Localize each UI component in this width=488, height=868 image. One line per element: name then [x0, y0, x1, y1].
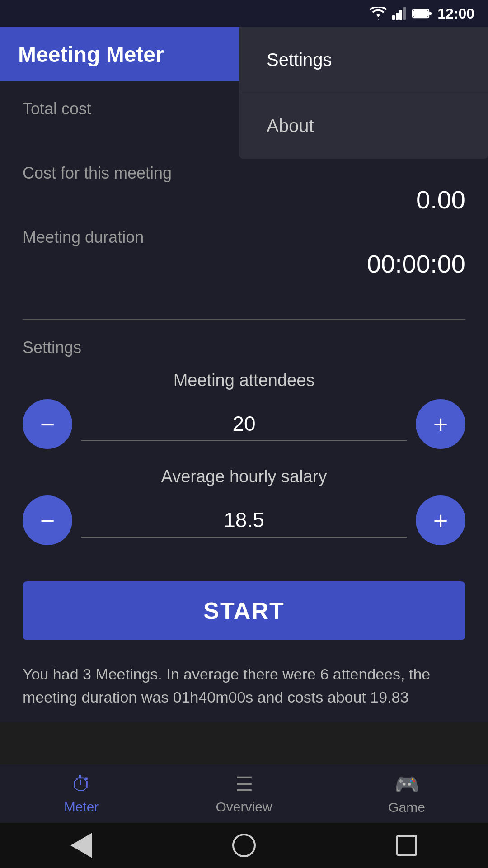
nav-item-meter[interactable]: ⏱ Meter [0, 764, 163, 823]
app-bar: Meeting Meter [0, 27, 239, 81]
wifi-icon [370, 7, 387, 20]
meeting-duration-label: Meeting duration [23, 228, 465, 247]
overview-icon: ☰ [235, 773, 253, 796]
nav-label-overview: Overview [216, 799, 272, 815]
nav-item-overview[interactable]: ☰ Overview [163, 764, 325, 823]
game-icon: 🎮 [394, 773, 419, 796]
summary-text: You had 3 Meetings. In average there wer… [0, 649, 488, 722]
nav-label-meter: Meter [64, 799, 99, 815]
settings-section: Settings Meeting attendees − + Average h… [0, 329, 488, 572]
svg-rect-0 [392, 15, 395, 20]
salary-group: Average hourly salary − + [23, 467, 465, 545]
meter-icon: ⏱ [71, 773, 91, 796]
status-time: 12:00 [437, 5, 474, 22]
recents-icon [396, 835, 417, 856]
salary-increment-button[interactable]: + [416, 495, 465, 545]
attendees-input[interactable] [81, 407, 407, 441]
salary-decrement-button[interactable]: − [23, 495, 72, 545]
back-icon [70, 833, 92, 858]
start-button[interactable]: START [23, 581, 465, 640]
bottom-nav: ⏱ Meter ☰ Overview 🎮 Game [0, 764, 488, 823]
salary-input[interactable] [81, 503, 407, 538]
recents-button[interactable] [393, 832, 420, 859]
attendees-decrement-button[interactable]: − [23, 399, 72, 449]
battery-icon [412, 8, 432, 19]
svg-rect-1 [396, 13, 399, 20]
cost-meeting-row: Cost for this meeting 0.00 [23, 164, 465, 214]
svg-rect-3 [403, 7, 406, 20]
home-icon [232, 834, 256, 857]
nav-label-game: Game [388, 800, 425, 815]
app-title: Meeting Meter [18, 42, 164, 67]
attendees-group: Meeting attendees − + [23, 371, 465, 449]
menu-item-settings[interactable]: Settings [239, 27, 488, 93]
attendees-label: Meeting attendees [23, 371, 465, 390]
cost-meeting-value: 0.00 [23, 185, 465, 214]
meeting-duration-row: Meeting duration 00:00:00 [23, 228, 465, 278]
section-divider [23, 319, 465, 320]
meeting-duration-value: 00:00:00 [23, 249, 465, 278]
attendees-control: − + [23, 399, 465, 449]
cost-meeting-label: Cost for this meeting [23, 164, 465, 183]
main-content: Total cost 51.00 Cost for this meeting 0… [0, 81, 488, 722]
android-nav-bar [0, 823, 488, 868]
svg-rect-6 [429, 12, 432, 15]
settings-title: Settings [23, 338, 465, 357]
svg-rect-2 [399, 10, 402, 20]
status-icons: 12:00 [370, 5, 474, 22]
home-button[interactable] [230, 832, 258, 859]
back-button[interactable] [68, 832, 95, 859]
signal-icon [392, 7, 407, 20]
menu-item-about[interactable]: About [239, 93, 488, 159]
svg-rect-5 [413, 10, 428, 17]
status-bar: 12:00 [0, 0, 488, 27]
nav-item-game[interactable]: 🎮 Game [325, 764, 488, 823]
salary-control: − + [23, 495, 465, 545]
attendees-increment-button[interactable]: + [416, 399, 465, 449]
dropdown-menu: Settings About [239, 27, 488, 159]
salary-label: Average hourly salary [23, 467, 465, 486]
